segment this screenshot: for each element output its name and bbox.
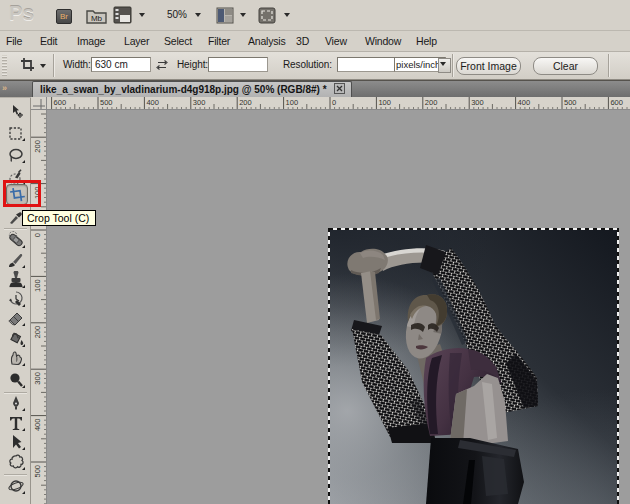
- svg-text:100: 100: [378, 98, 391, 107]
- svg-text:500: 500: [564, 98, 577, 107]
- svg-text:500: 500: [33, 465, 42, 478]
- svg-text:200: 200: [425, 98, 438, 107]
- svg-text:500: 500: [100, 98, 113, 107]
- svg-text:200: 200: [239, 98, 252, 107]
- svg-text:600: 600: [610, 98, 623, 107]
- svg-text:0: 0: [332, 98, 336, 107]
- svg-text:100: 100: [286, 98, 299, 107]
- svg-text:600: 600: [54, 98, 67, 107]
- svg-text:100: 100: [33, 279, 42, 292]
- svg-text:200: 200: [33, 326, 42, 339]
- svg-text:200: 200: [33, 140, 42, 153]
- svg-text:300: 300: [33, 372, 42, 385]
- svg-text:400: 400: [518, 98, 531, 107]
- svg-text:Mb: Mb: [91, 14, 103, 23]
- svg-text:400: 400: [33, 419, 42, 432]
- svg-text:400: 400: [146, 98, 159, 107]
- svg-text:300: 300: [193, 98, 206, 107]
- svg-text:300: 300: [471, 98, 484, 107]
- svg-text:0: 0: [33, 233, 42, 237]
